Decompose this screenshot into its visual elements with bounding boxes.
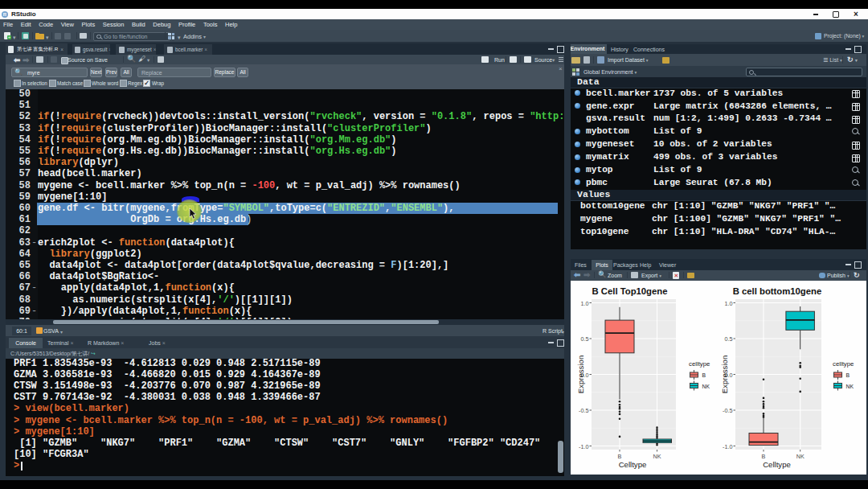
svg-text:Expression: Expression [576, 355, 585, 393]
svg-text:celltype: celltype [833, 360, 854, 368]
svg-text:0.5: 0.5 [581, 335, 589, 343]
svg-text:-0.5: -0.5 [579, 407, 588, 414]
svg-text:B cell bottom10gene: B cell bottom10gene [733, 286, 821, 296]
svg-text:-1.0: -1.0 [579, 443, 588, 450]
svg-text:B Cell Top10gene: B Cell Top10gene [592, 286, 668, 296]
svg-text:Expression: Expression [720, 355, 729, 393]
svg-text:-1.0: -1.0 [723, 443, 732, 450]
svg-text:NK: NK [796, 453, 805, 460]
svg-text:B: B [846, 372, 850, 378]
svg-text:Celltype: Celltype [619, 460, 647, 469]
svg-text:Celltype: Celltype [763, 460, 791, 469]
svg-text:B: B [702, 372, 706, 378]
svg-text:1.0: 1.0 [725, 300, 733, 307]
svg-text:NK: NK [653, 453, 661, 460]
svg-text:1.0: 1.0 [581, 300, 589, 307]
svg-text:celltype: celltype [689, 360, 710, 368]
svg-text:NK: NK [846, 384, 854, 389]
svg-text:-0.5: -0.5 [723, 407, 732, 414]
svg-text:NK: NK [702, 384, 710, 389]
svg-text:0.5: 0.5 [725, 335, 733, 343]
